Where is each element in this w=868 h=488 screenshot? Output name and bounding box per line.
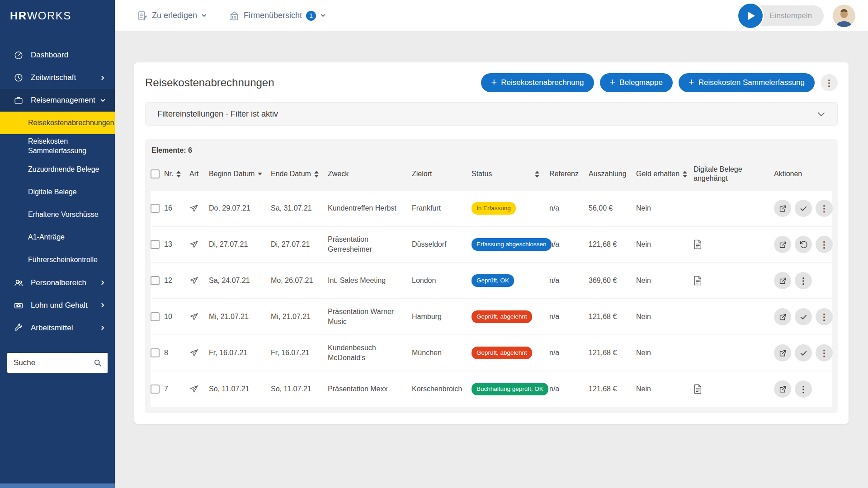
open-report-button[interactable] xyxy=(774,308,791,325)
open-window-icon xyxy=(778,204,787,213)
clock-in-button[interactable]: Einstempeln xyxy=(738,4,824,28)
payout-amount: 369,60 € xyxy=(589,276,636,286)
table-row: 8Fr, 16.07.21Fr, 16.07.21Kundenbesuch Mc… xyxy=(151,335,832,371)
column-header-beginn-datum[interactable]: Beginn Datum xyxy=(209,169,271,178)
select-all-cell xyxy=(151,169,164,178)
column-header-ende-datum[interactable]: Ende Datum xyxy=(271,169,328,178)
company-overview-dropdown[interactable]: Firmenübersicht 1 xyxy=(229,10,326,21)
more-vertical-icon: ⋮ xyxy=(820,239,829,250)
open-window-icon xyxy=(778,313,787,321)
destination: Frankfurt xyxy=(412,203,472,213)
table-row: 12Sa, 24.07.21Mo, 26.07.21Int. Sales Mee… xyxy=(151,263,832,298)
reopen-button[interactable] xyxy=(795,236,812,253)
payout-amount: 121,68 € xyxy=(589,384,636,394)
button-label: Belegmappe xyxy=(619,78,662,87)
row-more-button[interactable]: ⋮ xyxy=(816,344,833,361)
complete-check-button[interactable] xyxy=(795,200,812,217)
sidebar-subitem-a1-antraege[interactable]: A1-Anträge xyxy=(0,226,115,249)
company-overview-label: Firmenübersicht xyxy=(244,11,302,20)
more-vertical-icon: ⋮ xyxy=(820,203,829,214)
sidebar-item-zeitwirtschaft[interactable]: Zeitwirtschaft xyxy=(0,66,115,89)
row-checkbox[interactable] xyxy=(151,276,160,285)
chevron-down-icon xyxy=(201,13,207,19)
open-report-button[interactable] xyxy=(774,236,791,253)
open-report-button[interactable] xyxy=(774,200,791,217)
app: HRWORKS Dashboard Zeitwirtschaft Reisema… xyxy=(0,0,868,488)
company-count-badge: 1 xyxy=(306,11,316,21)
sidebar-item-personalbereich[interactable]: Personalbereich xyxy=(0,272,115,294)
row-more-button[interactable]: ⋮ xyxy=(816,236,833,253)
column-header-geld-erhalten[interactable]: Geld erhalten xyxy=(636,169,693,178)
complete-check-button[interactable] xyxy=(795,344,812,361)
column-label: Art xyxy=(189,169,198,178)
sidebar-subitem-reisekosten-sammelerfassung[interactable]: Reisekosten Sammelerfassung xyxy=(0,134,115,159)
open-report-button[interactable] xyxy=(774,272,791,289)
row-checkbox[interactable] xyxy=(151,348,160,357)
sort-icon[interactable] xyxy=(314,171,319,178)
row-more-button[interactable]: ⋮ xyxy=(795,380,812,398)
row-checkbox[interactable] xyxy=(151,312,160,321)
table-body: 16Do, 29.07.21Sa, 31.07.21Kundentreffen … xyxy=(151,191,832,407)
payout-amount: 121,68 € xyxy=(589,312,636,322)
select-all-checkbox[interactable] xyxy=(151,169,160,178)
search-button[interactable] xyxy=(87,353,108,373)
sidebar-item-lohn-und-gehalt[interactable]: Lohn und Gehalt xyxy=(0,294,115,317)
column-header-nr[interactable]: Nr. xyxy=(164,169,189,178)
column-header-status[interactable]: Status xyxy=(472,169,549,178)
header-more-button[interactable]: ⋮ xyxy=(821,74,838,91)
reference: n/a xyxy=(549,203,589,213)
status-badge: Geprüft, OK xyxy=(472,274,514,287)
todo-dropdown[interactable]: Zu erledigen xyxy=(137,10,207,21)
travel-type-cell xyxy=(189,312,209,321)
paper-plane-icon xyxy=(189,204,198,213)
users-icon xyxy=(14,278,24,288)
chevron-down-icon[interactable] xyxy=(817,111,826,117)
sidebar-item-label: Zeitwirtschaft xyxy=(31,73,76,82)
complete-check-button[interactable] xyxy=(795,308,812,325)
sort-desc-icon[interactable] xyxy=(258,173,262,175)
open-report-button[interactable] xyxy=(774,344,791,361)
filter-panel[interactable]: Filtereinstellungen - Filter ist aktiv xyxy=(145,102,838,126)
row-checkbox[interactable] xyxy=(151,240,160,249)
sidebar-subitem-digitale-belege[interactable]: Digitale Belege xyxy=(0,181,115,204)
money-received: Nein xyxy=(636,239,693,249)
new-receipt-folder-button[interactable]: + Belegmappe xyxy=(600,73,673,92)
new-bulk-entry-button[interactable]: + Reisekosten Sammelerfassung xyxy=(679,73,815,92)
attached-receipts-cell xyxy=(693,384,774,394)
row-actions: ⋮ xyxy=(774,344,837,361)
money-received: Nein xyxy=(636,203,693,213)
sort-icon[interactable] xyxy=(683,171,687,178)
sidebar-subitem-reisekostenabrechnungen[interactable]: Reisekostenabrechnungen xyxy=(0,112,115,134)
row-more-button[interactable]: ⋮ xyxy=(816,200,833,217)
column-label: Digitale Belege angehängt xyxy=(693,165,770,183)
status-badge: Erfassung abgeschlossen xyxy=(472,238,552,251)
document-icon xyxy=(693,239,702,249)
play-icon[interactable] xyxy=(738,4,763,28)
row-more-button[interactable]: ⋮ xyxy=(795,272,812,289)
travel-type-cell xyxy=(189,348,209,357)
row-checkbox[interactable] xyxy=(151,204,160,213)
open-window-icon xyxy=(778,240,787,249)
button-label: Reisekosten Sammelerfassung xyxy=(698,78,805,87)
more-vertical-icon: ⋮ xyxy=(799,276,808,286)
sidebar-subitem-fuehrerscheinkontrolle[interactable]: Führerscheinkontrolle xyxy=(0,249,115,272)
row-select-cell xyxy=(151,276,164,285)
end-date: Fr, 16.07.21 xyxy=(271,348,328,358)
search-input[interactable] xyxy=(7,353,87,373)
row-select-cell xyxy=(151,348,164,357)
open-report-button[interactable] xyxy=(774,380,791,398)
sort-icon[interactable] xyxy=(176,171,181,178)
row-checkbox[interactable] xyxy=(151,385,160,394)
payout-amount: 121,68 € xyxy=(589,239,636,249)
sidebar-item-reisemanagement[interactable]: Reisemanagement xyxy=(0,89,115,112)
sort-icon[interactable] xyxy=(535,171,539,178)
new-travel-expense-button[interactable]: + Reisekostenabrechnung xyxy=(481,73,594,92)
user-avatar[interactable] xyxy=(833,5,855,27)
row-more-button[interactable]: ⋮ xyxy=(816,308,833,325)
sidebar-subitem-zuzuordnende-belege[interactable]: Zuzuordnende Belege xyxy=(0,159,115,181)
sidebar-item-arbeitsmittel[interactable]: Arbeitsmittel xyxy=(0,317,115,339)
column-header-art: Art xyxy=(189,169,209,178)
status-cell: Geprüft, abgelehnt xyxy=(472,310,549,323)
sidebar-item-dashboard[interactable]: Dashboard xyxy=(0,44,115,66)
sidebar-subitem-erhaltene-vorschuesse[interactable]: Erhaltene Vorschüsse xyxy=(0,204,115,226)
